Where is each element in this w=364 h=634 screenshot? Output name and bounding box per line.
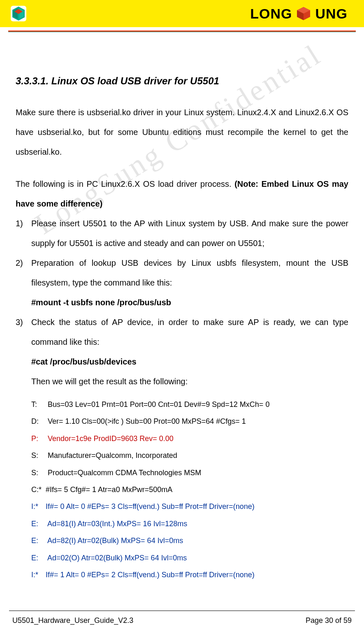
device-line-0: T: Bus=03 Lev=01 Prnt=01 Port=00 Cnt=01 … <box>31 396 348 413</box>
device-line-8: E: Ad=82(I) Atr=02(Bulk) MxPS= 64 Ivl=0m… <box>31 532 348 549</box>
device-line-9: E: Ad=02(O) Atr=02(Bulk) MxPS= 64 Ivl=0m… <box>31 550 348 567</box>
step-2: 2) Preparation of lookup USB devices by … <box>16 253 348 312</box>
footer-divider <box>9 611 355 611</box>
device-line-10: I:* If#= 1 Alt= 0 #EPs= 2 Cls=ff(vend.) … <box>31 567 348 583</box>
step-number: 2) <box>16 253 23 273</box>
step-3: 3) Check the status of AP device, in ord… <box>16 312 348 391</box>
device-line-4: S: Product=Qualcomm CDMA Technologies MS… <box>31 464 348 481</box>
section-heading: 3.3.3.1. Linux OS load USB driver for U5… <box>16 75 348 87</box>
footer-page-number: Page 30 of 59 <box>306 616 352 625</box>
note-paragraph: The following is in PC Linux2.6.X OS loa… <box>16 174 348 214</box>
device-line-7: E: Ad=81(I) Atr=03(Int.) MxPS= 16 Ivl=12… <box>31 516 348 532</box>
intro-paragraph: Make sure there is usbserial.ko driver i… <box>16 102 348 162</box>
device-line-2: P: Vendor=1c9e ProdID=9603 Rev= 0.00 <box>31 430 348 447</box>
header-band: LONG UNG <box>0 0 364 27</box>
page-content: LongSung Confidential 3.3.3.1. Linux OS … <box>0 32 364 583</box>
device-line-3: S: Manufacturer=Qualcomm, Incorporated <box>31 447 348 464</box>
step-number: 3) <box>16 312 23 332</box>
note-intro: The following is in PC Linux2.6.X OS loa… <box>16 179 234 188</box>
step-text: Preparation of lookup USB devices by Lin… <box>31 258 348 287</box>
step-text: Check the status of AP device, in order … <box>31 318 348 346</box>
step-command: #mount -t usbfs none /proc/bus/usb <box>31 298 171 307</box>
footer-doc-title: U5501_Hardware_User_Guide_V2.3 <box>12 616 133 625</box>
step-after: Then we will get the result as the follo… <box>31 377 188 386</box>
brand-text-right: UNG <box>315 6 348 22</box>
brand-icon <box>294 5 313 23</box>
device-line-6: I:* If#= 0 Alt= 0 #EPs= 3 Cls=ff(vend.) … <box>31 498 348 515</box>
logo-cube-icon <box>8 3 29 24</box>
step-1: 1) Please insert U5501 to the AP with Li… <box>16 214 348 253</box>
device-line-1: D: Ver= 1.10 Cls=00(>ifc ) Sub=00 Prot=0… <box>31 413 348 430</box>
brand-text-left: LONG <box>250 6 292 22</box>
logo-left <box>8 3 29 24</box>
step-number: 1) <box>16 214 23 233</box>
device-line-5: C:* #Ifs= 5 Cfg#= 1 Atr=a0 MxPwr=500mA <box>31 481 348 498</box>
step-text: Please insert U5501 to the AP with Linux… <box>31 219 348 248</box>
brand-logo: LONG UNG <box>250 5 348 23</box>
step-command: #cat /proc/bus/usb/devices <box>31 357 137 366</box>
steps-list: 1) Please insert U5501 to the AP with Li… <box>16 214 348 391</box>
page-footer: U5501_Hardware_User_Guide_V2.3 Page 30 o… <box>12 616 352 625</box>
device-output: T: Bus=03 Lev=01 Prnt=01 Port=00 Cnt=01 … <box>16 396 348 583</box>
